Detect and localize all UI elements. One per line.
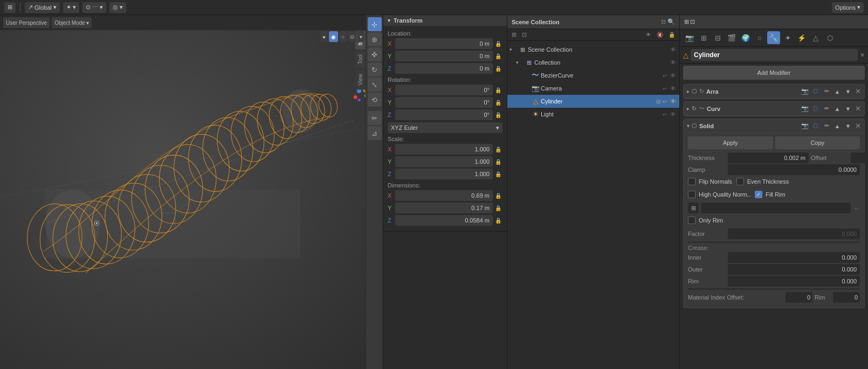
collection-visibility-icon[interactable]: 👁 <box>669 59 677 66</box>
outliner-light[interactable]: ▸ ☀ Light ↩ 👁 <box>507 108 679 121</box>
viewport-3d[interactable]: User Perspective Object Mode ▾ Item Tool… <box>0 15 383 369</box>
beziercurve-data-icon[interactable]: ↩ <box>663 73 667 79</box>
curve-expand-icon[interactable]: ▸ <box>687 106 690 112</box>
outliner-icon-btn-1[interactable]: ⊞ <box>509 30 519 39</box>
cylinder-visibility-icon[interactable]: 👁 <box>669 98 677 105</box>
array-viewport-icon[interactable]: ⬡ <box>811 87 821 96</box>
even-thickness-checkbox[interactable] <box>736 178 744 185</box>
world-tab-btn[interactable]: 🌍 <box>739 31 752 44</box>
array-up-icon[interactable]: ▲ <box>832 87 842 96</box>
factor-input[interactable] <box>728 228 860 239</box>
rotate-tool-btn[interactable]: ↻ <box>368 62 382 76</box>
add-modifier-btn[interactable]: Add Modifier <box>683 66 865 80</box>
inner-input[interactable] <box>728 252 860 263</box>
euler-select[interactable]: XYZ Euler ▾ <box>388 122 502 133</box>
outliner-icon-btn-3[interactable]: 👁 <box>644 31 653 39</box>
rot-y-lock-icon[interactable]: 🔒 <box>494 98 502 107</box>
material-tab-btn[interactable]: ⬡ <box>823 31 836 44</box>
high-quality-checkbox[interactable] <box>688 191 695 198</box>
beziercurve-visibility-icon[interactable]: 👁 <box>669 72 677 79</box>
apply-btn[interactable]: Apply <box>688 136 773 149</box>
array-close-btn[interactable]: ✕ <box>855 87 861 95</box>
solidify-render-icon[interactable]: 📷 <box>800 121 810 131</box>
rot-x-lock-icon[interactable]: 🔒 <box>494 86 502 94</box>
array-render-icon[interactable]: 📷 <box>800 87 810 96</box>
camera-data-icon[interactable]: ↩ <box>663 86 667 92</box>
rot-y-input[interactable] <box>395 97 493 108</box>
array-down-icon[interactable]: ▼ <box>843 87 853 96</box>
props-header-icon-2[interactable]: ⊡ <box>690 18 695 25</box>
viewport-shading-solid[interactable]: ● <box>320 31 328 42</box>
curve-viewport-icon[interactable]: ⬡ <box>811 104 821 114</box>
particles-tab-btn[interactable]: ✦ <box>781 31 794 44</box>
loc-y-lock-icon[interactable]: 🔒 <box>494 52 502 60</box>
annotate-tool-btn[interactable]: ✏ <box>368 111 382 125</box>
outliner-scene-collection[interactable]: ▾ ⊞ Scene Collection 👁 <box>507 43 679 56</box>
array-modifier-header[interactable]: ▸ ⬡ ↻ Arra 📷 ⬡ ✏ ▲ ▼ ✕ <box>684 85 864 99</box>
scene-visibility-icon[interactable]: 👁 <box>669 46 677 53</box>
dim-x-icon[interactable]: 🔒 <box>494 191 502 200</box>
object-data-tab-btn[interactable]: △ <box>809 31 822 44</box>
outliner-search-icon[interactable]: 🔍 <box>667 18 675 25</box>
pivot-btn[interactable]: ✦ ▾ <box>63 2 79 13</box>
rot-x-input[interactable] <box>395 85 493 95</box>
object-tab-btn[interactable]: ○ <box>753 31 766 44</box>
transfer-icon-btn[interactable]: ⊞ <box>688 203 699 213</box>
outliner-icon-btn-5[interactable]: 🔒 <box>666 31 677 39</box>
viewport-shading-rendered[interactable]: ○ <box>339 31 347 42</box>
render-tab-btn[interactable]: 📷 <box>683 31 696 44</box>
solidify-viewport-icon[interactable]: ⬡ <box>811 121 821 131</box>
object-close-btn[interactable]: ✕ <box>860 52 865 59</box>
outliner-cylinder[interactable]: ▸ △ Cylinder ⊟ ↩ 👁 <box>507 95 679 108</box>
scale-tool-btn[interactable]: ⤡ <box>368 78 382 92</box>
array-expand-icon[interactable]: ▸ <box>687 88 690 94</box>
rim-index-input[interactable] <box>833 292 860 303</box>
outliner-beziercurve[interactable]: ▸ 〜 BezierCurve ↩ 👁 <box>507 69 679 82</box>
cylinder-filter-icon[interactable]: ⊟ <box>656 99 660 105</box>
curve-render-icon[interactable]: 📷 <box>800 104 810 114</box>
props-header-icon-1[interactable]: ⊞ <box>684 18 689 25</box>
outliner-camera[interactable]: ▸ 📷 Camera ↩ 👁 <box>507 82 679 95</box>
transform-orientation-btn[interactable]: ↗ Global ▾ <box>25 2 60 13</box>
options-btn[interactable]: Options ▾ <box>832 2 864 13</box>
solidify-down-icon[interactable]: ▼ <box>843 121 853 131</box>
scale-z-lock-icon[interactable]: 🔒 <box>494 170 502 178</box>
dim-z-input[interactable] <box>395 215 493 226</box>
only-rim-checkbox[interactable] <box>688 217 695 224</box>
scene-collection-expand[interactable]: ▾ <box>509 47 517 52</box>
physics-tab-btn[interactable]: ⚡ <box>795 31 808 44</box>
loc-z-input[interactable] <box>395 63 493 74</box>
transform-tool-btn[interactable]: ⟲ <box>368 93 382 107</box>
scale-y-lock-icon[interactable]: 🔒 <box>494 157 502 166</box>
array-collapse-icon[interactable]: ⬡ <box>692 88 697 95</box>
solidify-close-btn[interactable]: ✕ <box>855 122 861 130</box>
loc-y-input[interactable] <box>395 51 493 61</box>
transform-panel-header[interactable]: ▾ Transform <box>383 15 507 26</box>
editor-type-btn[interactable]: ⊞ <box>4 2 16 13</box>
material-index-input[interactable] <box>786 292 812 303</box>
outliner-icon-btn-2[interactable]: ⊡ <box>520 30 529 39</box>
collection-expand[interactable]: ▾ <box>516 60 523 65</box>
viewport-overlays[interactable]: ⊙ <box>348 31 356 42</box>
copy-btn[interactable]: Copy <box>775 136 860 149</box>
solidify-modifier-header[interactable]: ▾ ⬡ Solid 📷 ⬡ ✏ ▲ ▼ ✕ <box>684 119 864 133</box>
flip-normals-checkbox[interactable] <box>688 178 695 185</box>
cursor-tool-btn[interactable]: ⊕ <box>368 32 382 46</box>
rot-z-input[interactable] <box>395 109 493 120</box>
curve-collapse-icon[interactable]: ↻ <box>692 105 697 112</box>
dim-y-icon[interactable]: 🔒 <box>494 204 502 212</box>
solidify-collapse-icon[interactable]: ⬡ <box>692 122 697 129</box>
array-edit-icon[interactable]: ✏ <box>822 87 831 96</box>
rot-z-lock-icon[interactable]: 🔒 <box>494 110 502 119</box>
outer-input[interactable] <box>728 264 860 275</box>
loc-z-lock-icon[interactable]: 🔒 <box>494 64 502 73</box>
tool-tab[interactable]: Tool <box>355 50 366 68</box>
light-data-icon[interactable]: ↩ <box>663 112 667 117</box>
light-visibility-icon[interactable]: 👁 <box>669 111 677 117</box>
curve-down-icon[interactable]: ▼ <box>843 104 853 114</box>
scale-y-input[interactable] <box>395 156 493 167</box>
curve-modifier-header[interactable]: ▸ ↻ 〜 Curv 📷 ⬡ ✏ ▲ ▼ ✕ <box>684 102 864 116</box>
curve-up-icon[interactable]: ▲ <box>832 104 842 114</box>
dim-x-input[interactable] <box>395 190 493 201</box>
loc-x-lock-icon[interactable]: 🔒 <box>494 39 502 48</box>
